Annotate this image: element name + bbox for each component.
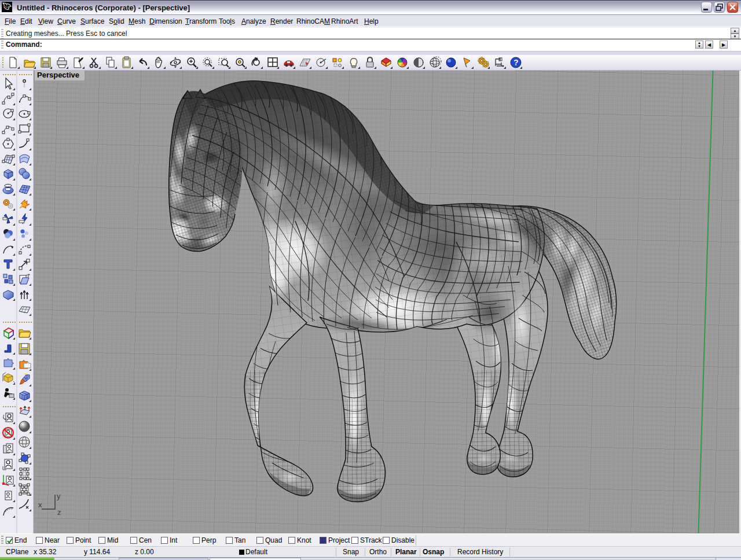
- svg-text:?: ?: [513, 58, 519, 67]
